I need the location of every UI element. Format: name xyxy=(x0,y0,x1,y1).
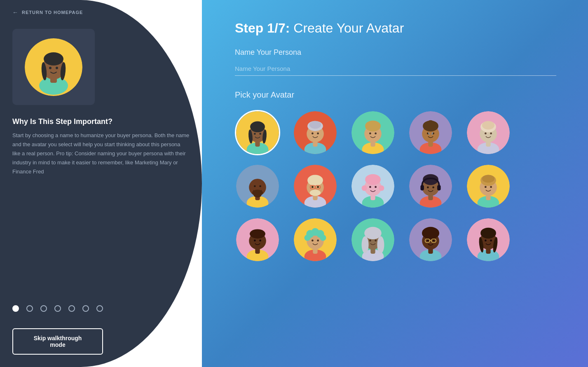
svg-point-143 xyxy=(485,240,487,242)
svg-point-87 xyxy=(427,186,429,188)
svg-point-120 xyxy=(362,236,369,253)
svg-point-23 xyxy=(309,121,321,129)
dot-7[interactable] xyxy=(96,305,103,312)
avatar-item-9[interactable] xyxy=(408,164,453,209)
svg-point-31 xyxy=(369,133,371,135)
skip-walkthrough-button[interactable]: Skip walkthrough mode xyxy=(12,328,103,355)
progress-dots xyxy=(0,293,202,324)
svg-point-64 xyxy=(307,175,323,186)
dot-3[interactable] xyxy=(40,305,47,312)
dot-2[interactable] xyxy=(26,305,33,312)
svg-point-6 xyxy=(56,67,58,69)
svg-point-88 xyxy=(432,186,434,188)
svg-point-135 xyxy=(433,240,435,241)
avatar-item-8[interactable] xyxy=(350,164,396,209)
svg-point-15 xyxy=(259,133,261,135)
svg-point-94 xyxy=(482,175,494,183)
svg-point-102 xyxy=(254,240,256,242)
right-panel: Step 1/7: Create Your Avatar Name Your P… xyxy=(202,0,588,367)
avatar-item-11[interactable] xyxy=(235,217,280,262)
avatar-preview-box xyxy=(12,29,95,105)
svg-point-59 xyxy=(254,193,262,197)
avatar-item-1[interactable] xyxy=(235,110,280,155)
avatar-item-4[interactable] xyxy=(408,110,453,155)
svg-rect-85 xyxy=(420,185,424,190)
svg-point-51 xyxy=(490,133,492,135)
avatar-item-2[interactable] xyxy=(293,110,338,155)
svg-rect-86 xyxy=(437,185,441,190)
arrow-left-icon: ← xyxy=(12,9,19,16)
avatar-item-6[interactable] xyxy=(235,164,280,209)
svg-point-122 xyxy=(369,240,371,242)
svg-point-13 xyxy=(250,122,265,132)
svg-point-95 xyxy=(485,186,487,188)
dot-5[interactable] xyxy=(68,305,75,312)
return-link[interactable]: ← RETURN TO HOMEPAGE xyxy=(0,0,202,25)
return-link-label: RETURN TO HOMEPAGE xyxy=(22,10,83,15)
avatar-item-10[interactable] xyxy=(466,164,511,209)
svg-point-113 xyxy=(312,240,314,242)
persona-name-input[interactable] xyxy=(235,62,556,76)
pick-avatar-label: Pick your Avatar xyxy=(235,90,563,100)
svg-point-101 xyxy=(250,229,265,238)
why-important-title: Why Is This Step Important? xyxy=(0,113,202,131)
svg-point-111 xyxy=(305,235,311,241)
avatar-item-5[interactable] xyxy=(466,110,511,155)
svg-point-14 xyxy=(254,133,256,135)
svg-point-123 xyxy=(375,240,377,242)
svg-point-70 xyxy=(310,190,321,196)
avatar-item-12[interactable] xyxy=(293,217,338,262)
avatar-item-3[interactable] xyxy=(350,110,396,155)
svg-point-77 xyxy=(379,185,384,191)
svg-rect-39 xyxy=(427,123,434,125)
svg-point-130 xyxy=(434,229,439,237)
svg-point-25 xyxy=(317,133,319,135)
svg-point-96 xyxy=(490,186,492,188)
svg-point-24 xyxy=(312,133,314,135)
svg-point-134 xyxy=(427,240,429,241)
svg-point-140 xyxy=(480,228,496,238)
svg-point-112 xyxy=(320,235,326,241)
svg-point-4 xyxy=(44,52,63,65)
dot-6[interactable] xyxy=(82,305,89,312)
svg-point-103 xyxy=(259,240,261,242)
avatar-item-13[interactable] xyxy=(350,217,396,262)
avatar-item-14[interactable] xyxy=(408,217,453,262)
svg-point-78 xyxy=(369,186,371,188)
avatar-item-7[interactable] xyxy=(293,164,338,209)
svg-point-114 xyxy=(317,240,319,242)
svg-point-32 xyxy=(375,133,377,135)
step-title: Step 1/7: Create Your Avatar xyxy=(235,21,563,36)
left-panel: ← RETURN TO HOMEPAGE Why Is This Step Im… xyxy=(0,0,202,367)
dot-1[interactable] xyxy=(12,305,19,312)
svg-point-121 xyxy=(377,236,384,253)
svg-point-65 xyxy=(312,186,314,188)
svg-point-76 xyxy=(362,185,367,191)
name-section-label: Name Your Persona xyxy=(235,48,563,57)
why-important-text: Start by choosing a name to humanize you… xyxy=(0,131,202,176)
svg-point-75 xyxy=(365,174,381,185)
svg-point-144 xyxy=(490,240,492,242)
avatar-grid xyxy=(235,110,563,262)
svg-point-66 xyxy=(317,186,319,188)
selected-avatar-preview xyxy=(25,38,82,96)
svg-point-57 xyxy=(259,185,261,187)
svg-point-56 xyxy=(254,185,256,187)
svg-point-5 xyxy=(49,67,52,69)
svg-point-50 xyxy=(485,133,487,135)
svg-point-79 xyxy=(375,186,377,188)
avatar-item-15[interactable] xyxy=(466,217,511,262)
dot-4[interactable] xyxy=(54,305,61,312)
svg-point-49 xyxy=(482,121,494,130)
svg-point-129 xyxy=(422,229,427,237)
